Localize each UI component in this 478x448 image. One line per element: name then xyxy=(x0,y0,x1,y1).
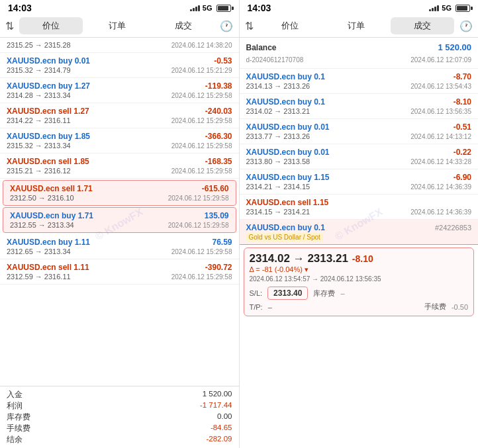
trade-item[interactable]: 2315.25 → 2315.28 2024.06.12 14:38:20 xyxy=(0,38,239,53)
trade-price: 2315.32 → 2314.79 xyxy=(7,66,71,74)
sort-icon-left[interactable]: ⇅ xyxy=(5,20,14,32)
trade-item[interactable]: XAUUSD.ecn sell 1.85 -168.35 2315.21 → 2… xyxy=(0,154,239,179)
storage-value: 0.00 xyxy=(217,412,232,422)
tab-order-right[interactable]: 订单 xyxy=(324,17,388,34)
trade-item[interactable]: XAUUSD.ecn buy 0.01 -0.22 2313.80 → 2313… xyxy=(240,144,479,169)
commission-label: 手续费 xyxy=(7,424,30,433)
trade-price: 2315.25 → 2315.28 xyxy=(7,41,71,49)
tab-deal-left[interactable]: 成交 xyxy=(152,17,215,34)
right-status-time: 14:03 xyxy=(248,3,271,13)
tab-order-left[interactable]: 订单 xyxy=(85,17,149,34)
trade-item[interactable]: XAUUSD.ecn sell 1.11 -390.72 2312.59 → 2… xyxy=(0,259,239,285)
trade-item[interactable]: XAUUSD.ecn buy 0.01 -0.53 2315.32 → 2314… xyxy=(0,53,239,78)
trade-pnl: -0.53 xyxy=(214,56,232,66)
clock-icon-left[interactable]: 🕐 xyxy=(220,20,233,32)
trade-pnl: -615.60 xyxy=(202,184,229,193)
trade-price: 2313.80 → 2313.58 xyxy=(246,157,311,165)
tab-jiwei-right[interactable]: 价位 xyxy=(259,17,322,34)
network-label-left: 5G xyxy=(203,4,213,12)
trade-price: 2313.77 → 2313.26 xyxy=(246,132,311,140)
tp-label: T/P: xyxy=(250,303,263,311)
summary-row-storage: 库存费 0.00 xyxy=(7,412,232,423)
tp-value: – xyxy=(268,303,272,311)
trade-date: 2024.06.12 13:54:43 xyxy=(410,83,471,90)
storage-value-detail: – xyxy=(340,289,344,297)
trade-date: 2024.06.12 15:29:58 xyxy=(168,222,229,229)
gold-label: Gold vs US Dollar / Spot xyxy=(246,233,323,242)
detail-price-main: 2314.02 → 2313.21 xyxy=(250,252,348,265)
trade-item-highlighted[interactable]: XAUUSD.ecn buy 1.71 135.09 2312.55 → 231… xyxy=(3,207,236,233)
detail-pnl: -8.10 xyxy=(352,253,373,264)
summary-row-profit: 利润 -1 717.44 xyxy=(7,400,232,412)
trade-item[interactable]: XAUUSD.ecn buy 0.01 -0.51 2313.77 → 2313… xyxy=(240,119,479,144)
trade-item-selected[interactable]: XAUUSD.ecn buy 0.1 #24226853 Gold vs US … xyxy=(240,220,479,245)
left-status-bar: 14:03 5G xyxy=(0,0,239,15)
order-id: #24226853 xyxy=(435,224,471,232)
sl-value: 2313.40 xyxy=(267,287,308,300)
balance-value: 1 520.00 xyxy=(438,42,471,52)
right-trade-list: XAUUSD.ecn buy 0.1 -8.70 2314.13 → 2313.… xyxy=(240,69,479,448)
left-trade-list: 2315.25 → 2315.28 2024.06.12 14:38:20 XA… xyxy=(0,38,239,386)
trade-item[interactable]: XAUUSD.ecn buy 0.1 -8.10 2314.02 → 2313.… xyxy=(240,94,479,119)
trade-pnl: -8.70 xyxy=(454,72,471,81)
left-summary-footer: 入金 1 520.00 利润 -1 717.44 库存费 0.00 手续费 -8… xyxy=(0,386,239,448)
balance-row: Balance d-20240612170708 1 520.00 2024.0… xyxy=(240,38,479,69)
deposit-label: 入金 xyxy=(7,390,23,400)
trade-date: 2024.06.12 14:13:12 xyxy=(410,133,471,140)
trade-date: 2024.06.12 15:29:58 xyxy=(171,117,232,124)
left-tab-bar: ⇅ 价位 订单 成交 🕐 xyxy=(0,15,239,38)
trade-price: 2315.32 → 2313.34 xyxy=(7,142,71,150)
network-label-right: 5G xyxy=(442,4,452,12)
deposit-value: 1 520.00 xyxy=(203,390,232,400)
trade-item[interactable]: XAUUSD.ecn sell 1.15 2314.15 → 2314.21 2… xyxy=(240,195,479,220)
commission-label-detail: 手续费 xyxy=(424,302,446,312)
profit-label: 利润 xyxy=(7,401,23,411)
right-status-icons: 5G xyxy=(429,4,470,12)
clock-icon-right[interactable]: 🕐 xyxy=(459,20,473,32)
trade-symbol: XAUUSD.ecn buy 1.27 xyxy=(7,81,90,91)
detail-tp-commission-row: T/P: – 手续费 -0.50 xyxy=(250,302,469,312)
trade-date: 2024.06.12 14:38:20 xyxy=(171,42,232,49)
detail-header: 2314.02 → 2313.21 -8.10 Δ = -81 (-0.04%)… xyxy=(250,252,469,284)
right-tab-bar: ⇅ 价位 订单 成交 🕐 xyxy=(240,15,479,38)
commission-value-detail: -0.50 xyxy=(452,303,468,311)
trade-date: 2024.06.12 15:29:58 xyxy=(171,167,232,175)
trade-symbol: XAUUSD.ecn buy 1.11 xyxy=(7,238,90,247)
trade-price: 2314.02 → 2313.21 xyxy=(246,107,311,115)
trade-date: 2024.06.12 15:29:58 xyxy=(171,273,232,281)
trade-pnl: -168.35 xyxy=(205,157,232,166)
right-panel: © KnowFX 14:03 5G ⇅ 价位 订单 成交 🕐 Balance d… xyxy=(239,0,479,448)
tab-jiwei-left[interactable]: 价位 xyxy=(19,17,83,34)
trade-price: Gold vs US Dollar / Spot xyxy=(246,233,323,241)
trade-item[interactable]: XAUUSD.ecn buy 1.85 -366.30 2315.32 → 23… xyxy=(0,128,239,154)
trade-item[interactable]: XAUUSD.ecn sell 1.27 -240.03 2314.22 → 2… xyxy=(0,103,239,128)
trade-symbol: XAUUSD.ecn sell 1.11 xyxy=(7,263,89,272)
trade-item[interactable]: XAUUSD.ecn buy 0.1 -8.70 2314.13 → 2313.… xyxy=(240,69,479,94)
trade-item[interactable]: XAUUSD.ecn buy 1.11 76.59 2312.65 → 2313… xyxy=(0,234,239,259)
balance-date: 2024.06.12 12:07:09 xyxy=(410,56,471,64)
trade-symbol: XAUUSD.ecn sell 1.15 xyxy=(246,198,329,207)
summary-row-commission: 手续费 -84.65 xyxy=(7,423,232,434)
tab-deal-right[interactable]: 成交 xyxy=(391,17,454,34)
trade-item[interactable]: XAUUSD.ecn buy 1.27 -119.38 2314.28 → 23… xyxy=(0,78,239,103)
trade-symbol: XAUUSD.ecn sell 1.71 xyxy=(10,184,93,193)
trade-date: 2024.06.12 15:29:58 xyxy=(168,195,229,202)
trade-date: 2024.06.12 15:21:29 xyxy=(171,67,232,74)
detail-popup[interactable]: 2314.02 → 2313.21 -8.10 Δ = -81 (-0.04%)… xyxy=(244,247,475,316)
detail-delta: Δ = -81 (-0.04%) ▾ xyxy=(250,265,381,274)
sl-label: S/L: xyxy=(250,289,263,297)
trade-price: 2312.50 → 2316.10 xyxy=(10,194,74,202)
trade-pnl: 135.09 xyxy=(205,211,229,220)
detail-sl-tp-row: S/L: 2313.40 库存费 – xyxy=(250,287,469,300)
trade-price: 2314.28 → 2313.34 xyxy=(7,91,71,99)
trade-date: 2024.06.12 15:29:58 xyxy=(171,248,232,255)
trade-price: 2312.59 → 2316.11 xyxy=(7,273,71,281)
balance-label: Balance xyxy=(246,43,277,52)
trade-symbol: XAUUSD.ecn buy 0.1 xyxy=(246,72,325,81)
trade-item[interactable]: XAUUSD.ecn buy 1.15 -6.90 2314.21 → 2314… xyxy=(240,169,479,195)
trade-item-highlighted[interactable]: XAUUSD.ecn sell 1.71 -615.60 2312.50 → 2… xyxy=(3,180,236,206)
trade-symbol: XAUUSD.ecn buy 0.1 xyxy=(246,223,325,232)
sort-icon-right[interactable]: ⇅ xyxy=(245,20,254,32)
trade-date: 2024.06.12 14:33:28 xyxy=(410,158,471,165)
trade-price: 2312.55 → 2313.34 xyxy=(10,221,74,229)
